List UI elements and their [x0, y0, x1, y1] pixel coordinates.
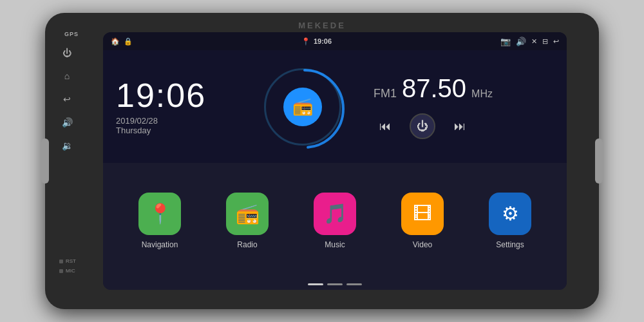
power-radio-button[interactable]: ⏻: [410, 113, 435, 139]
app-navigation[interactable]: 📍Navigation: [138, 193, 181, 249]
left-controls: ⏻ ⌂ ↩ 🔊 🔉: [59, 45, 75, 153]
clock-time: 19:06: [116, 79, 206, 112]
location-icon: 📍: [301, 37, 310, 46]
home-button[interactable]: ⌂: [59, 68, 75, 84]
left-knob: [41, 138, 49, 184]
radio-icon[interactable]: 📻: [283, 88, 322, 126]
fm-unit: MHz: [471, 88, 493, 100]
app-icon-radio: 📻: [226, 193, 269, 235]
lock-icon: 🔒: [124, 37, 133, 46]
minimize-status-icon: ⊟: [542, 37, 548, 46]
rst-mic-section: RST MIC: [59, 258, 76, 274]
app-icon-settings: ⚙: [489, 193, 531, 235]
status-time: 19:06: [314, 37, 332, 45]
fm-section: FM1 87.50 MHz ⏮ ⏻ ⏭: [361, 50, 567, 163]
back-status-icon: ↩: [553, 37, 559, 46]
app-icon-navigation: 📍: [138, 193, 181, 235]
app-icon-video: 🎞: [401, 193, 444, 235]
app-grid: 📍Navigation📻Radio🎵Music🎞Video⚙Settings: [103, 163, 567, 278]
app-label-settings: Settings: [496, 240, 524, 249]
status-right: 📷 🔊 ✕ ⊟ ↩: [500, 37, 559, 46]
home-status-icon: 🏠: [111, 37, 120, 46]
app-label-music: Music: [325, 240, 345, 249]
app-icon-music: 🎵: [314, 193, 356, 235]
radio-visual: 📻: [245, 50, 361, 163]
status-bar: 🏠 🔒 📍 19:06 📷 🔊 ✕ ⊟ ↩: [103, 32, 567, 50]
mic-label: MIC: [59, 268, 76, 274]
app-video[interactable]: 🎞Video: [401, 193, 444, 249]
clock-section: 19:06 2019/02/28 Thursday: [103, 50, 245, 163]
radio-ring: 📻: [264, 68, 341, 146]
dot-1: [308, 283, 323, 285]
top-section: 19:06 2019/02/28 Thursday 📻: [103, 50, 567, 163]
app-label-radio: Radio: [237, 240, 257, 249]
app-label-video: Video: [413, 240, 432, 249]
fm-frequency: 87.50: [402, 74, 466, 103]
bottom-bar: [103, 278, 567, 290]
dot-2: [327, 283, 343, 285]
status-left: 🏠 🔒: [111, 37, 133, 46]
car-unit: MEKEDE GPS ⏻ ⌂ ↩ 🔊 🔉 RST MIC 🏠 🔒: [45, 13, 599, 309]
app-radio[interactable]: 📻Radio: [226, 193, 269, 249]
fm-freq-row: FM1 87.50 MHz: [374, 74, 493, 103]
vol-down-button[interactable]: 🔉: [59, 138, 75, 153]
app-music[interactable]: 🎵Music: [314, 193, 356, 249]
screen-content: 19:06 2019/02/28 Thursday 📻: [103, 50, 567, 290]
main-screen: 🏠 🔒 📍 19:06 📷 🔊 ✕ ⊟ ↩ 19:06 2019: [103, 32, 567, 290]
power-button[interactable]: ⏻: [59, 45, 75, 61]
rst-label: RST: [59, 258, 76, 264]
dot-3: [346, 283, 362, 285]
fm-controls: ⏮ ⏻ ⏭: [374, 113, 471, 139]
brand-watermark: MEKEDE: [298, 21, 346, 30]
next-track-button[interactable]: ⏭: [448, 115, 471, 138]
back-button[interactable]: ↩: [59, 91, 75, 107]
app-settings[interactable]: ⚙Settings: [489, 193, 531, 249]
right-knob: [595, 138, 603, 184]
close-status-icon: ✕: [531, 37, 537, 46]
vol-up-button[interactable]: 🔊: [59, 115, 75, 130]
app-label-navigation: Navigation: [142, 240, 178, 249]
prev-track-button[interactable]: ⏮: [374, 115, 397, 138]
volume-status-icon: 🔊: [516, 37, 526, 46]
fm-band: FM1: [374, 87, 397, 100]
gps-label: GPS: [64, 31, 79, 37]
clock-day: Thursday: [116, 126, 151, 135]
clock-date: 2019/02/28: [116, 116, 158, 126]
camera-status-icon: 📷: [500, 37, 511, 46]
